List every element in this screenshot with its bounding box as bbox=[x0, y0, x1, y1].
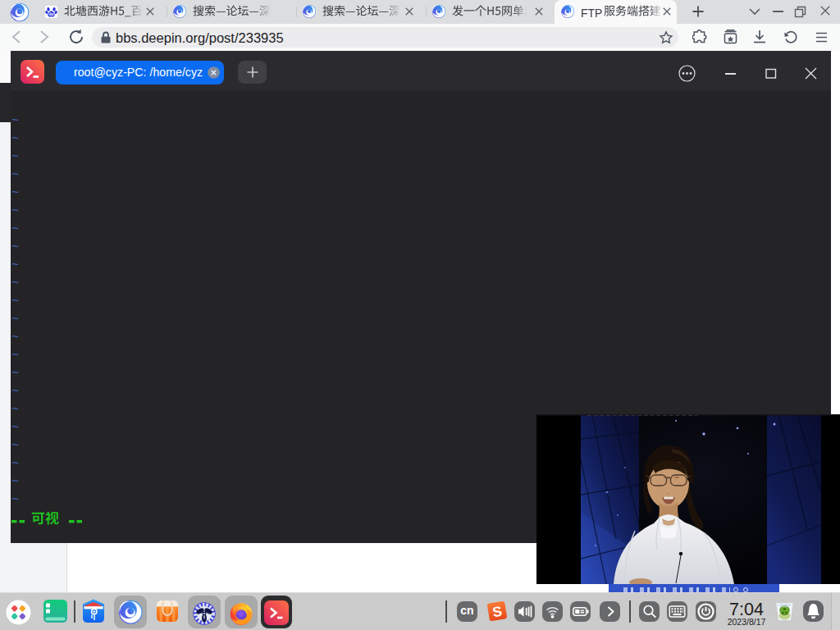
svg-text:du: du bbox=[48, 11, 53, 16]
